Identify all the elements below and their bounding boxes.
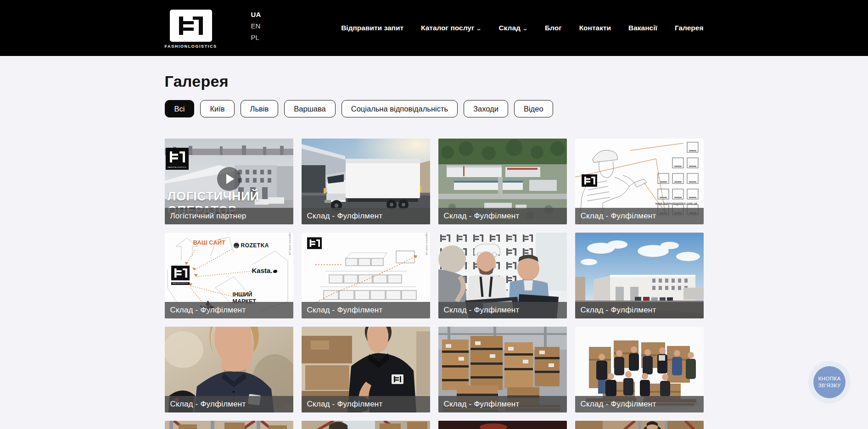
gallery-item-team-photo[interactable]: Склад - Фулфілмент [575, 327, 704, 412]
tile-caption: Склад - Фулфілмент [165, 396, 293, 412]
tile-caption: Склад - Фулфілмент [575, 208, 704, 224]
contact-button-inner: КНОПКА ЗВ'ЯЗКУ [813, 366, 846, 398]
filter-lviv[interactable]: Львів [241, 100, 279, 117]
gallery-item-partial[interactable] [302, 421, 430, 429]
tile-caption: Склад - Фулфілмент [302, 396, 430, 412]
website-url-label: www.fashionlogistics.com.ua [655, 202, 697, 205]
warehouse-worker-photo [302, 421, 430, 429]
gallery-item-warehouse-scheme[interactable]: www.fashionlogistics.com.ua Склад - Фулф… [302, 233, 430, 318]
tile-caption: Склад - Фулфілмент [302, 208, 430, 224]
fl-logo-icon [170, 10, 212, 42]
filter-warsaw[interactable]: Варшава [284, 100, 336, 117]
contact-button[interactable]: КНОПКА ЗВ'ЯЗКУ [808, 361, 851, 403]
dark-warehouse-photo [438, 421, 567, 429]
website-url-vertical: www.fashionlogistics.com.ua [289, 233, 291, 255]
lang-en[interactable]: EN [251, 22, 261, 30]
page-title: Галерея [165, 72, 704, 90]
kasta-icon [273, 270, 277, 273]
gallery-item-video[interactable]: FASHIONLOGISTICS ЛОГІСТИЧНИЙ ОПЕРАТОР Ло… [165, 139, 293, 224]
fl-logo-watermark: FASHIONLOGISTICS [166, 148, 189, 170]
gallery-item-worker-portrait[interactable]: Склад - Фулфілмент [165, 327, 293, 412]
tile-caption: Склад - Фулфілмент [575, 302, 704, 318]
lang-pl[interactable]: PL [251, 33, 261, 42]
gallery-item-partial[interactable] [438, 421, 567, 429]
gallery-item-team-meeting[interactable]: Склад - Фулфілмент [438, 233, 567, 318]
nav-contacts[interactable]: Контакти [579, 24, 611, 32]
tile-caption: Склад - Фулфілмент [438, 396, 567, 412]
nav-warehouse[interactable]: Склад⌄ [498, 24, 527, 32]
tile-caption: Склад - Фулфілмент [438, 302, 567, 318]
gallery-item-warehouse-building[interactable]: Склад - Фулфілмент [575, 233, 704, 318]
fl-logo-small [582, 174, 597, 189]
worker-racking-photo [575, 421, 704, 429]
gallery-grid: FASHIONLOGISTICS ЛОГІСТИЧНИЙ ОПЕРАТОР Ло… [165, 139, 704, 429]
gallery-item-worker-scanner[interactable]: Склад - Фулфілмент [302, 327, 430, 412]
language-switcher: UA EN PL [251, 11, 261, 42]
nav-blog[interactable]: Блог [545, 24, 562, 32]
gallery-item-engineer-sketch[interactable]: www.fashionlogistics.com.ua Склад - Фулф… [575, 139, 704, 224]
filter-events[interactable]: Заходи [464, 100, 508, 117]
main-nav: Відправити запит Каталог послуг⌄ Склад⌄ … [341, 24, 703, 32]
your-site-label: ВАШ САЙТ [193, 239, 226, 246]
main-content: Галерея Всі Київ Львів Варшава Соціальна… [165, 72, 704, 429]
nav-vacancies[interactable]: Вакансії [628, 24, 657, 32]
gallery-item-partial[interactable] [165, 421, 293, 429]
gallery-item-marketplace-diagram[interactable]: ВАШ САЙТ ROZETKA Kasta. ІНШИЙ МАРКЕТ www… [165, 233, 293, 318]
filter-all[interactable]: Всі [165, 100, 195, 117]
fl-logo-small [307, 237, 322, 251]
gallery-filters: Всі Київ Львів Варшава Соціальна відпові… [165, 100, 704, 117]
tile-caption: Склад - Фулфілмент [165, 302, 293, 318]
gallery-item-boxes[interactable]: Склад - Фулфілмент [438, 327, 567, 412]
lang-ua[interactable]: UA [251, 11, 261, 19]
gallery-item-truck[interactable]: Склад - Фулфілмент [302, 139, 430, 224]
tile-caption: Склад - Фулфілмент [575, 396, 704, 412]
nav-services-catalog[interactable]: Каталог послуг⌄ [421, 24, 481, 32]
gallery-item-aerial-park[interactable]: Склад - Фулфілмент [438, 139, 567, 224]
filter-video[interactable]: Відео [514, 100, 553, 117]
nav-gallery[interactable]: Галерея [675, 24, 704, 32]
warehouse-racking-photo [165, 421, 293, 429]
gallery-item-partial[interactable] [575, 421, 704, 429]
rozetka-icon [234, 243, 239, 248]
chevron-down-icon: ⌄ [522, 25, 528, 32]
brand-logo[interactable]: FASHIONLOGISTICS [165, 10, 217, 49]
tile-caption: Логістичний партнер [165, 208, 293, 224]
header: FASHIONLOGISTICS UA EN PL Відправити зап… [0, 0, 868, 56]
play-icon[interactable] [217, 167, 241, 191]
filter-kyiv[interactable]: Київ [200, 100, 234, 117]
rozetka-label: ROZETKA [234, 242, 269, 249]
nav-send-request[interactable]: Відправити запит [341, 24, 403, 32]
fl-logo-small: FASHIONLOGISTICS [171, 266, 190, 285]
brand-name: FASHIONLOGISTICS [165, 44, 217, 49]
chevron-down-icon: ⌄ [476, 25, 482, 32]
website-url-vertical: www.fashionlogistics.com.ua [426, 233, 428, 255]
tile-caption: Склад - Фулфілмент [438, 208, 567, 224]
tile-caption: Склад - Фулфілмент [302, 302, 430, 318]
filter-social-responsibility[interactable]: Соціальна відповідальність [342, 100, 458, 117]
kasta-label: Kasta. [252, 267, 277, 274]
